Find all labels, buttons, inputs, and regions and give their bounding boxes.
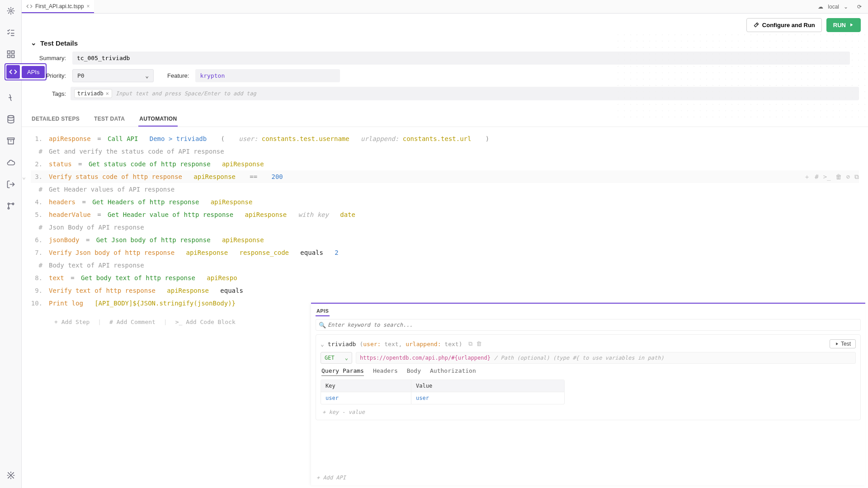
api-url-input[interactable]: https://opentdb.com/api.php/#{urlappend}… bbox=[356, 352, 856, 364]
logo-icon bbox=[3, 3, 19, 19]
add-codeblock-button[interactable]: >_ Add Code Block bbox=[175, 319, 236, 325]
feature-label: Feature: bbox=[167, 72, 189, 79]
code-comment[interactable]: # Json Body of API response bbox=[31, 221, 859, 234]
svg-point-0 bbox=[9, 10, 12, 12]
tags-input[interactable]: triviadb × Input text and press Space/En… bbox=[71, 87, 859, 100]
tags-placeholder: Input text and press Space/Enter to add … bbox=[116, 90, 256, 97]
code-icon bbox=[6, 65, 20, 79]
code-line[interactable]: 2. status = Get status code of http resp… bbox=[31, 158, 859, 170]
tab-headers[interactable]: Headers bbox=[373, 367, 398, 376]
apis-highlight-label: APIs bbox=[22, 66, 45, 78]
code-comment[interactable]: # Get and verify the status code of API … bbox=[31, 145, 859, 158]
svg-rect-2 bbox=[11, 51, 14, 54]
automation-code: 1. apiResponse = Call API Demo > triviad… bbox=[22, 127, 868, 315]
http-method-select[interactable]: GET ⌄ bbox=[321, 352, 352, 364]
priority-select[interactable]: P0 ⌄ bbox=[72, 69, 154, 82]
trash-icon[interactable]: 🗑 bbox=[476, 340, 482, 347]
apis-panel: APIS 🔍 ⌄ triviadb (user: text, urlappend… bbox=[311, 303, 865, 485]
summary-input[interactable] bbox=[72, 52, 850, 65]
svg-rect-4 bbox=[11, 55, 14, 58]
svg-point-5 bbox=[8, 116, 14, 118]
copy-icon[interactable]: ⧉ bbox=[468, 340, 472, 347]
query-params-table: Key Value user user bbox=[321, 380, 565, 404]
apis-search-input[interactable] bbox=[316, 319, 861, 331]
cloud-icon[interactable] bbox=[3, 155, 19, 171]
tab-automation[interactable]: AUTOMATION bbox=[138, 112, 178, 127]
chevron-down-icon: ⌄ bbox=[145, 72, 149, 79]
settings-icon[interactable] bbox=[3, 467, 19, 483]
search-icon: 🔍 bbox=[319, 322, 326, 328]
cloud-icon: ☁ bbox=[818, 4, 823, 10]
archive-icon[interactable] bbox=[3, 133, 19, 149]
code-line[interactable]: 8. text = Get body text of http response… bbox=[31, 272, 859, 284]
chevron-down-icon[interactable]: ⌄ bbox=[844, 4, 848, 10]
branch-icon[interactable] bbox=[3, 198, 19, 214]
tags-label: Tags: bbox=[31, 90, 66, 97]
tab-detailed-steps[interactable]: DETAILED STEPS bbox=[31, 112, 80, 127]
run-button[interactable]: RUN bbox=[826, 18, 861, 32]
configure-run-button[interactable]: Configure and Run bbox=[746, 18, 822, 32]
hash-icon[interactable]: # bbox=[815, 170, 818, 183]
code-line[interactable]: 9. Verify text of http response apiRespo… bbox=[31, 284, 859, 297]
summary-label: Summary: bbox=[31, 55, 66, 61]
terminal-icon[interactable]: >_ bbox=[823, 170, 831, 183]
svg-rect-1 bbox=[7, 51, 10, 54]
add-key-value[interactable]: + key - value bbox=[321, 404, 856, 415]
svg-rect-3 bbox=[7, 55, 10, 58]
code-icon bbox=[26, 3, 33, 9]
close-icon[interactable]: × bbox=[86, 3, 90, 9]
details-toggle[interactable]: ⌄ Test Details bbox=[31, 39, 859, 47]
refresh-icon[interactable]: ⟳ bbox=[857, 4, 862, 10]
trash-icon[interactable]: 🗑 bbox=[835, 170, 842, 183]
table-row[interactable]: user user bbox=[321, 392, 564, 404]
components-icon[interactable] bbox=[3, 46, 19, 62]
exit-icon[interactable] bbox=[3, 176, 19, 192]
code-line[interactable]: 7. Verify Json body of http response api… bbox=[31, 246, 859, 259]
play-icon bbox=[835, 342, 839, 346]
code-line[interactable]: 4. headers = Get Headers of http respons… bbox=[31, 196, 859, 208]
wand-icon bbox=[753, 22, 760, 28]
test-details-heading: Test Details bbox=[40, 39, 78, 47]
env-label[interactable]: local bbox=[828, 4, 839, 10]
collapse-icon[interactable]: ⌃⌄ bbox=[22, 170, 26, 183]
apis-highlight: APIs bbox=[5, 63, 47, 80]
test-api-button[interactable]: Test bbox=[830, 339, 856, 348]
eye-off-icon[interactable]: ⊘ bbox=[846, 170, 850, 183]
add-step-button[interactable]: + Add Step bbox=[54, 319, 90, 325]
tab-bar: First_API.api.tc.tspp × ☁ local ⌄ ⟳ bbox=[22, 0, 868, 14]
svg-point-7 bbox=[8, 203, 9, 204]
file-tab-name: First_API.api.tc.tspp bbox=[35, 3, 84, 9]
apis-panel-tab[interactable]: APIS bbox=[316, 306, 330, 316]
table-header-value: Value bbox=[411, 380, 564, 392]
tab-test-data[interactable]: TEST DATA bbox=[93, 112, 126, 127]
add-api-button[interactable]: + Add API bbox=[316, 474, 346, 481]
chevron-down-icon: ⌄ bbox=[345, 355, 348, 361]
database-icon[interactable] bbox=[3, 111, 19, 127]
code-line-active[interactable]: ☐ ⌃⌄ 3. Verify status code of http respo… bbox=[31, 170, 859, 183]
code-comment[interactable]: # Get Header values of API response bbox=[31, 183, 859, 196]
code-line[interactable]: 5. headerValue = Get Header value of htt… bbox=[31, 208, 859, 221]
file-tab[interactable]: First_API.api.tc.tspp × bbox=[22, 0, 94, 13]
svg-point-8 bbox=[8, 207, 9, 209]
tab-query-params[interactable]: Query Params bbox=[321, 367, 364, 376]
plus-icon[interactable]: ＋ bbox=[804, 170, 810, 183]
svg-rect-6 bbox=[7, 138, 14, 139]
tag-chip: triviadb × bbox=[74, 89, 112, 98]
function-icon[interactable] bbox=[3, 89, 19, 106]
chevron-down-icon[interactable]: ⌄ bbox=[321, 341, 324, 347]
chevron-down-icon: ⌄ bbox=[31, 39, 37, 47]
api-item: ⌄ triviadb (user: text, urlappend: text)… bbox=[316, 334, 861, 420]
checklist-icon[interactable] bbox=[3, 24, 19, 41]
add-comment-button[interactable]: # Add Comment bbox=[109, 319, 156, 325]
play-icon bbox=[849, 22, 854, 28]
code-line[interactable]: 1. apiResponse = Call API Demo > triviad… bbox=[31, 132, 859, 145]
code-comment[interactable]: # Body text of API response bbox=[31, 259, 859, 272]
tab-body[interactable]: Body bbox=[407, 367, 421, 376]
code-line[interactable]: 6. jsonBody = Get Json body of http resp… bbox=[31, 234, 859, 246]
table-header-key: Key bbox=[321, 380, 411, 392]
copy-icon[interactable]: ⧉ bbox=[854, 170, 859, 183]
tab-authorization[interactable]: Authorization bbox=[430, 367, 476, 376]
feature-input[interactable] bbox=[195, 69, 340, 82]
remove-tag-icon[interactable]: × bbox=[106, 90, 109, 97]
